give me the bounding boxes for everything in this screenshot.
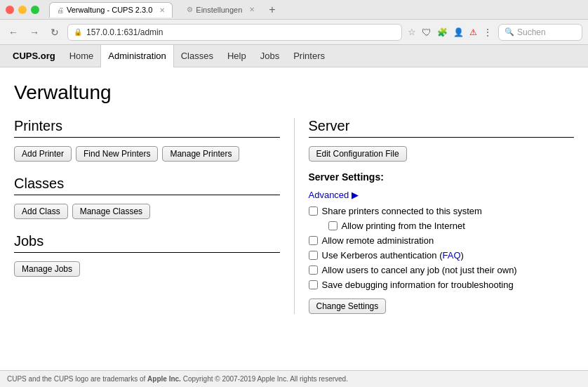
profile-icon: 👤 bbox=[453, 27, 464, 37]
nav-administration[interactable]: Administration bbox=[100, 45, 173, 67]
allow-internet-printing-checkbox[interactable] bbox=[328, 221, 338, 230]
faq-link[interactable]: FAQ bbox=[442, 250, 460, 261]
footer-text-after: Copyright © 2007-2019 Apple Inc. All rig… bbox=[181, 375, 348, 383]
manage-jobs-button[interactable]: Manage Jobs bbox=[14, 261, 80, 277]
reload-button[interactable]: ↻ bbox=[48, 25, 62, 39]
new-tab-button[interactable]: + bbox=[269, 4, 275, 16]
shield-icon: 🛡 bbox=[422, 27, 432, 38]
search-placeholder: Suchen bbox=[517, 27, 546, 37]
maximize-button[interactable] bbox=[31, 6, 39, 14]
extensions-icon: 🧩 bbox=[437, 27, 448, 37]
footer-text-before: CUPS and the CUPS logo are trademarks of bbox=[7, 375, 147, 383]
left-column: Printers Add Printer Find New Printers M… bbox=[14, 118, 294, 314]
checkbox-kerberos: Use Kerberos authentication (FAQ) bbox=[309, 250, 575, 261]
tab1-close[interactable]: ✕ bbox=[159, 6, 165, 14]
checkbox-debug: Save debugging information for troublesh… bbox=[309, 280, 575, 290]
debug-checkbox[interactable] bbox=[309, 280, 318, 289]
kerberos-checkbox[interactable] bbox=[309, 251, 318, 260]
manage-classes-button[interactable]: Manage Classes bbox=[72, 204, 150, 219]
two-col-layout: Printers Add Printer Find New Printers M… bbox=[14, 118, 574, 314]
traffic-lights[interactable] bbox=[6, 6, 39, 14]
forward-button[interactable]: → bbox=[27, 25, 42, 39]
printers-btn-group: Add Printer Find New Printers Manage Pri… bbox=[14, 146, 280, 162]
allow-remote-admin-checkbox[interactable] bbox=[309, 236, 318, 245]
add-printer-button[interactable]: Add Printer bbox=[14, 146, 72, 162]
cancel-job-checkbox[interactable] bbox=[309, 265, 318, 275]
tab2-close[interactable]: ✕ bbox=[249, 6, 255, 13]
site-nav: CUPS.org Home Administration Classes Hel… bbox=[0, 45, 588, 67]
title-bar: 🖨 Verwaltung - CUPS 2.3.0 ✕ ⚙ Einstellun… bbox=[0, 0, 588, 20]
menu-icon[interactable]: ⋮ bbox=[483, 27, 493, 38]
search-bar[interactable]: 🔍 Suchen bbox=[498, 24, 582, 41]
warning-icon: ⚠ bbox=[469, 27, 477, 37]
lock-icon: 🔒 bbox=[74, 28, 82, 36]
checkbox-allow-printing: Allow printing from the Internet bbox=[328, 221, 575, 231]
checkbox-cancel-job: Allow users to cancel any job (not just … bbox=[309, 265, 575, 275]
back-button[interactable]: ← bbox=[6, 25, 21, 39]
bookmark-button[interactable]: ☆ bbox=[408, 27, 416, 37]
nav-home[interactable]: Home bbox=[62, 45, 101, 67]
toolbar-icons: 🛡 🧩 👤 ⚠ ⋮ bbox=[422, 27, 493, 38]
advanced-label: Advanced bbox=[309, 190, 349, 200]
server-section-title: Server bbox=[309, 118, 575, 138]
checkbox-allow-remote: Allow remote administration bbox=[309, 235, 575, 246]
edit-config-file-button[interactable]: Edit Configuration File bbox=[309, 146, 407, 162]
classes-btn-group: Add Class Manage Classes bbox=[14, 204, 280, 219]
url-text: 157.0.0.1:631/admin bbox=[86, 27, 396, 37]
tab2-settings-icon: ⚙ bbox=[187, 6, 193, 13]
search-icon: 🔍 bbox=[505, 27, 514, 37]
jobs-btn-group: Manage Jobs bbox=[14, 261, 280, 277]
manage-printers-button[interactable]: Manage Printers bbox=[162, 146, 239, 162]
classes-section-title: Classes bbox=[14, 176, 280, 195]
advanced-arrow: ▶ bbox=[352, 190, 359, 200]
tab1-favicon: 🖨 bbox=[57, 6, 64, 14]
share-printers-checkbox[interactable] bbox=[309, 206, 318, 216]
nav-classes[interactable]: Classes bbox=[174, 45, 220, 67]
change-settings-button[interactable]: Change Settings bbox=[309, 299, 387, 314]
printers-section-title: Printers bbox=[14, 118, 280, 138]
footer-company: Apple Inc. bbox=[147, 375, 181, 383]
right-column: Server Edit Configuration File Server Se… bbox=[294, 118, 575, 314]
address-bar: ← → ↻ 🔒 157.0.0.1:631/admin ☆ 🛡 🧩 👤 ⚠ ⋮ … bbox=[0, 20, 588, 45]
minimize-button[interactable] bbox=[18, 6, 27, 14]
close-button[interactable] bbox=[6, 6, 14, 14]
jobs-section-title: Jobs bbox=[14, 233, 280, 253]
nav-jobs[interactable]: Jobs bbox=[253, 45, 286, 67]
tab1-label: Verwaltung - CUPS 2.3.0 bbox=[67, 6, 152, 14]
main-content: Verwaltung Printers Add Printer Find New… bbox=[0, 67, 588, 370]
url-bar[interactable]: 🔒 157.0.0.1:631/admin bbox=[67, 24, 402, 41]
find-new-printers-button[interactable]: Find New Printers bbox=[76, 146, 158, 162]
checkbox-share-printers: Share printers connected to this system bbox=[309, 206, 575, 216]
add-class-button[interactable]: Add Class bbox=[14, 204, 68, 219]
nav-printers[interactable]: Printers bbox=[286, 45, 332, 67]
tab2-label: Einstellungen bbox=[196, 6, 242, 14]
footer: CUPS and the CUPS logo are trademarks of… bbox=[0, 370, 588, 387]
page-title: Verwaltung bbox=[14, 81, 574, 104]
nav-brand[interactable]: CUPS.org bbox=[6, 45, 62, 67]
advanced-link[interactable]: Advanced ▶ bbox=[309, 190, 359, 200]
nav-help[interactable]: Help bbox=[220, 45, 253, 67]
server-settings-label: Server Settings: bbox=[309, 171, 575, 183]
